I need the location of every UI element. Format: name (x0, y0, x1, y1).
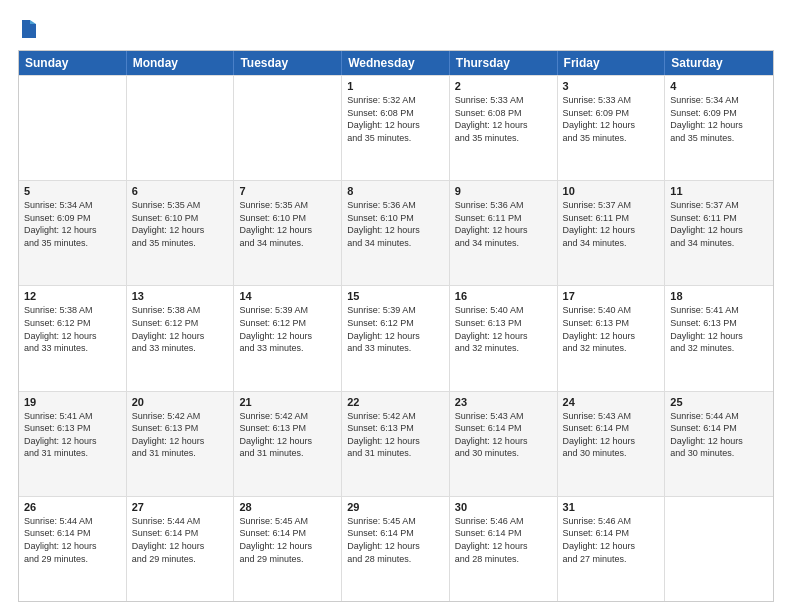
cell-day-number: 10 (563, 185, 660, 197)
calendar-cell: 20Sunrise: 5:42 AM Sunset: 6:13 PM Dayli… (127, 392, 235, 496)
calendar-cell: 14Sunrise: 5:39 AM Sunset: 6:12 PM Dayli… (234, 286, 342, 390)
cell-day-number: 15 (347, 290, 444, 302)
calendar-header-cell: Tuesday (234, 51, 342, 75)
cell-day-number: 24 (563, 396, 660, 408)
cell-info-text: Sunrise: 5:46 AM Sunset: 6:14 PM Dayligh… (563, 515, 660, 565)
cell-info-text: Sunrise: 5:45 AM Sunset: 6:14 PM Dayligh… (347, 515, 444, 565)
calendar-cell (234, 76, 342, 180)
cell-day-number: 17 (563, 290, 660, 302)
cell-info-text: Sunrise: 5:35 AM Sunset: 6:10 PM Dayligh… (132, 199, 229, 249)
cell-day-number: 22 (347, 396, 444, 408)
calendar-cell: 23Sunrise: 5:43 AM Sunset: 6:14 PM Dayli… (450, 392, 558, 496)
cell-info-text: Sunrise: 5:41 AM Sunset: 6:13 PM Dayligh… (670, 304, 768, 354)
cell-info-text: Sunrise: 5:37 AM Sunset: 6:11 PM Dayligh… (670, 199, 768, 249)
cell-day-number: 5 (24, 185, 121, 197)
calendar-cell: 17Sunrise: 5:40 AM Sunset: 6:13 PM Dayli… (558, 286, 666, 390)
cell-day-number: 1 (347, 80, 444, 92)
cell-day-number: 26 (24, 501, 121, 513)
calendar-row: 12Sunrise: 5:38 AM Sunset: 6:12 PM Dayli… (19, 285, 773, 390)
cell-info-text: Sunrise: 5:32 AM Sunset: 6:08 PM Dayligh… (347, 94, 444, 144)
calendar-header-row: SundayMondayTuesdayWednesdayThursdayFrid… (19, 51, 773, 75)
calendar-row: 1Sunrise: 5:32 AM Sunset: 6:08 PM Daylig… (19, 75, 773, 180)
calendar-cell: 21Sunrise: 5:42 AM Sunset: 6:13 PM Dayli… (234, 392, 342, 496)
calendar-cell: 26Sunrise: 5:44 AM Sunset: 6:14 PM Dayli… (19, 497, 127, 601)
calendar-header-cell: Sunday (19, 51, 127, 75)
cell-info-text: Sunrise: 5:33 AM Sunset: 6:08 PM Dayligh… (455, 94, 552, 144)
calendar-cell: 10Sunrise: 5:37 AM Sunset: 6:11 PM Dayli… (558, 181, 666, 285)
cell-day-number: 11 (670, 185, 768, 197)
cell-day-number: 3 (563, 80, 660, 92)
cell-info-text: Sunrise: 5:44 AM Sunset: 6:14 PM Dayligh… (24, 515, 121, 565)
cell-info-text: Sunrise: 5:33 AM Sunset: 6:09 PM Dayligh… (563, 94, 660, 144)
cell-info-text: Sunrise: 5:37 AM Sunset: 6:11 PM Dayligh… (563, 199, 660, 249)
cell-day-number: 4 (670, 80, 768, 92)
calendar-cell: 7Sunrise: 5:35 AM Sunset: 6:10 PM Daylig… (234, 181, 342, 285)
calendar-cell: 8Sunrise: 5:36 AM Sunset: 6:10 PM Daylig… (342, 181, 450, 285)
cell-day-number: 9 (455, 185, 552, 197)
calendar-cell (127, 76, 235, 180)
cell-day-number: 19 (24, 396, 121, 408)
cell-day-number: 14 (239, 290, 336, 302)
calendar-cell: 3Sunrise: 5:33 AM Sunset: 6:09 PM Daylig… (558, 76, 666, 180)
cell-day-number: 25 (670, 396, 768, 408)
cell-day-number: 7 (239, 185, 336, 197)
cell-info-text: Sunrise: 5:44 AM Sunset: 6:14 PM Dayligh… (670, 410, 768, 460)
cell-day-number: 13 (132, 290, 229, 302)
calendar-cell: 30Sunrise: 5:46 AM Sunset: 6:14 PM Dayli… (450, 497, 558, 601)
cell-info-text: Sunrise: 5:44 AM Sunset: 6:14 PM Dayligh… (132, 515, 229, 565)
cell-day-number: 16 (455, 290, 552, 302)
calendar: SundayMondayTuesdayWednesdayThursdayFrid… (18, 50, 774, 602)
cell-info-text: Sunrise: 5:34 AM Sunset: 6:09 PM Dayligh… (24, 199, 121, 249)
logo-icon (20, 18, 38, 40)
cell-info-text: Sunrise: 5:41 AM Sunset: 6:13 PM Dayligh… (24, 410, 121, 460)
calendar-cell: 22Sunrise: 5:42 AM Sunset: 6:13 PM Dayli… (342, 392, 450, 496)
calendar-header-cell: Wednesday (342, 51, 450, 75)
calendar-cell: 5Sunrise: 5:34 AM Sunset: 6:09 PM Daylig… (19, 181, 127, 285)
svg-marker-1 (30, 20, 36, 24)
cell-day-number: 8 (347, 185, 444, 197)
logo (18, 18, 38, 40)
cell-info-text: Sunrise: 5:38 AM Sunset: 6:12 PM Dayligh… (24, 304, 121, 354)
calendar-cell: 1Sunrise: 5:32 AM Sunset: 6:08 PM Daylig… (342, 76, 450, 180)
calendar-header-cell: Saturday (665, 51, 773, 75)
calendar-body: 1Sunrise: 5:32 AM Sunset: 6:08 PM Daylig… (19, 75, 773, 601)
cell-info-text: Sunrise: 5:38 AM Sunset: 6:12 PM Dayligh… (132, 304, 229, 354)
calendar-header-cell: Monday (127, 51, 235, 75)
calendar-cell: 28Sunrise: 5:45 AM Sunset: 6:14 PM Dayli… (234, 497, 342, 601)
page-header (18, 18, 774, 40)
cell-info-text: Sunrise: 5:40 AM Sunset: 6:13 PM Dayligh… (563, 304, 660, 354)
cell-info-text: Sunrise: 5:43 AM Sunset: 6:14 PM Dayligh… (563, 410, 660, 460)
cell-info-text: Sunrise: 5:42 AM Sunset: 6:13 PM Dayligh… (347, 410, 444, 460)
calendar-cell: 2Sunrise: 5:33 AM Sunset: 6:08 PM Daylig… (450, 76, 558, 180)
calendar-cell: 12Sunrise: 5:38 AM Sunset: 6:12 PM Dayli… (19, 286, 127, 390)
cell-info-text: Sunrise: 5:39 AM Sunset: 6:12 PM Dayligh… (347, 304, 444, 354)
calendar-cell: 18Sunrise: 5:41 AM Sunset: 6:13 PM Dayli… (665, 286, 773, 390)
calendar-cell: 13Sunrise: 5:38 AM Sunset: 6:12 PM Dayli… (127, 286, 235, 390)
calendar-cell: 24Sunrise: 5:43 AM Sunset: 6:14 PM Dayli… (558, 392, 666, 496)
calendar-cell: 4Sunrise: 5:34 AM Sunset: 6:09 PM Daylig… (665, 76, 773, 180)
cell-info-text: Sunrise: 5:35 AM Sunset: 6:10 PM Dayligh… (239, 199, 336, 249)
cell-day-number: 31 (563, 501, 660, 513)
cell-info-text: Sunrise: 5:45 AM Sunset: 6:14 PM Dayligh… (239, 515, 336, 565)
cell-day-number: 23 (455, 396, 552, 408)
calendar-row: 26Sunrise: 5:44 AM Sunset: 6:14 PM Dayli… (19, 496, 773, 601)
calendar-cell: 25Sunrise: 5:44 AM Sunset: 6:14 PM Dayli… (665, 392, 773, 496)
cell-day-number: 20 (132, 396, 229, 408)
cell-day-number: 6 (132, 185, 229, 197)
calendar-cell: 11Sunrise: 5:37 AM Sunset: 6:11 PM Dayli… (665, 181, 773, 285)
cell-info-text: Sunrise: 5:42 AM Sunset: 6:13 PM Dayligh… (132, 410, 229, 460)
calendar-cell (665, 497, 773, 601)
cell-day-number: 30 (455, 501, 552, 513)
cell-day-number: 29 (347, 501, 444, 513)
cell-day-number: 28 (239, 501, 336, 513)
calendar-cell: 27Sunrise: 5:44 AM Sunset: 6:14 PM Dayli… (127, 497, 235, 601)
calendar-cell: 6Sunrise: 5:35 AM Sunset: 6:10 PM Daylig… (127, 181, 235, 285)
calendar-cell: 15Sunrise: 5:39 AM Sunset: 6:12 PM Dayli… (342, 286, 450, 390)
cell-info-text: Sunrise: 5:42 AM Sunset: 6:13 PM Dayligh… (239, 410, 336, 460)
calendar-header-cell: Friday (558, 51, 666, 75)
cell-day-number: 18 (670, 290, 768, 302)
calendar-cell (19, 76, 127, 180)
cell-info-text: Sunrise: 5:40 AM Sunset: 6:13 PM Dayligh… (455, 304, 552, 354)
cell-day-number: 21 (239, 396, 336, 408)
cell-info-text: Sunrise: 5:43 AM Sunset: 6:14 PM Dayligh… (455, 410, 552, 460)
